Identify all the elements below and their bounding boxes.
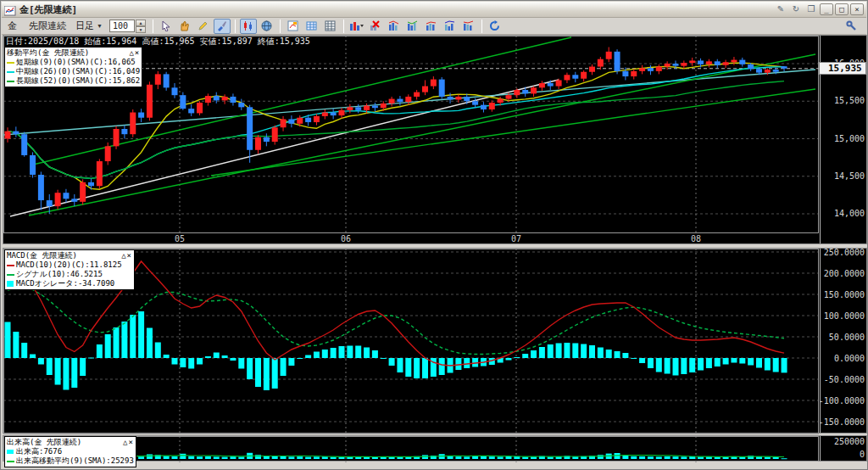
indicator-2-button[interactable]	[404, 19, 421, 34]
toolbar-separator	[343, 20, 344, 33]
close-button[interactable]: ×	[850, 3, 864, 15]
price-tick: 14,500	[834, 171, 865, 181]
legend-close-icon[interactable]: ×	[135, 48, 140, 57]
indicator-5-button[interactable]	[460, 19, 477, 34]
macd-tick: 250.0000	[824, 248, 865, 257]
macd-tick: -100.0000	[819, 396, 865, 406]
macd-osc-swatch	[7, 281, 14, 287]
indicator-menu-button[interactable]	[348, 19, 365, 34]
volume-axis: 2500000	[820, 436, 867, 461]
grid-large-button[interactable]	[322, 19, 339, 34]
macd-tick: 200.0000	[824, 269, 865, 278]
month-tick: 08	[691, 234, 701, 243]
price-tick: 15,000	[834, 134, 865, 143]
grid-small-button[interactable]	[303, 19, 320, 34]
settings-wrench-icon[interactable]	[843, 19, 860, 34]
price-tick: 15,500	[834, 96, 865, 105]
legend-item: 出来高:7676	[7, 447, 134, 456]
sma-mid-swatch	[7, 71, 14, 73]
sma-legend: 移動平均(金 先限連続) △× 短期線(9)(0)(SMA)(C):16,065…	[4, 47, 142, 87]
volume-tick: 250000	[834, 437, 865, 446]
spin-down-icon[interactable]: ▼	[136, 26, 146, 33]
volume-legend-title: 出来高(金 先限連続)	[7, 438, 81, 447]
chevron-down-icon: ▼	[97, 23, 103, 29]
toolbar: 金 先限連続 日足 ▼ 100 ▲ ▼	[2, 18, 866, 35]
macd-legend: MACD(金 先限連続) △× MACD(10)(20)(C):11.8125 …	[4, 249, 135, 290]
month-tick: 06	[341, 234, 351, 243]
refresh-icon[interactable]: ↻	[789, 4, 803, 15]
macd-tick: -150.0000	[819, 417, 865, 427]
ohlc-info-line: 日付:2025/08/18 始値:15,964 高値:15,965 安値:15,…	[6, 36, 310, 48]
legend-item: シグナル(10):46.5215	[7, 270, 132, 279]
legend-item: 長期線(52)(0)(SMA)(C):15,862	[7, 76, 140, 86]
macd-tick: 150.0000	[824, 290, 865, 299]
cascade-icon[interactable]: ❐	[804, 4, 818, 15]
reload-chart-button[interactable]	[487, 19, 504, 34]
legend-item: 短期線(9)(0)(SMA)(C):16,065	[7, 58, 140, 67]
spin-up-icon[interactable]: ▲	[136, 20, 146, 26]
title-bar[interactable]: 金[先限連続] ✎ ↻ ❐ _ □ ×	[2, 2, 866, 18]
minimize-button[interactable]: _	[820, 3, 833, 15]
price-chart-panel[interactable]: 16,00015,50015,00014,50014,000 05060708 …	[3, 35, 867, 244]
candle-chart-button[interactable]	[240, 19, 257, 34]
macd-tick: 0.0000	[834, 354, 865, 363]
macd-legend-title: MACD(金 先限連続)	[7, 251, 77, 260]
toolbar-separator	[280, 20, 281, 33]
remove-indicator-button[interactable]	[367, 19, 384, 34]
bar-count-value[interactable]: 100	[109, 20, 135, 32]
volume-tick: 0	[860, 450, 865, 459]
globe-button[interactable]	[259, 19, 275, 34]
legend-close-icon[interactable]: ×	[128, 438, 133, 446]
sma-legend-title: 移動平均(金 先限連続)	[7, 48, 89, 58]
volume-swatch	[7, 450, 14, 454]
hand-tool-button[interactable]	[176, 19, 193, 34]
pen-icon[interactable]: ✎	[774, 4, 787, 15]
macd-line-swatch	[7, 265, 14, 266]
legend-item: 出来高移動平均(9)(SMA):25293	[7, 456, 134, 466]
interval-dropdown[interactable]: 日足 ▼	[75, 20, 103, 32]
interval-label: 日足	[75, 20, 94, 32]
indicator-1-button[interactable]	[386, 19, 403, 34]
month-tick: 07	[511, 234, 521, 243]
volume-legend: 出来高(金 先限連続) △× 出来高:7676 出来高移動平均(9)(SMA):…	[4, 436, 136, 467]
brush-tool-button[interactable]	[214, 19, 231, 34]
sma-short-swatch	[7, 62, 14, 64]
maximize-button[interactable]: □	[835, 3, 849, 15]
volume-ma-swatch	[7, 461, 14, 462]
volume-panel[interactable]: 2500000 出来高(金 先限連続) △× 出来高:7676 出来高移動平均(…	[3, 435, 867, 462]
bar-count-stepper[interactable]: 100 ▲ ▼	[109, 20, 146, 32]
price-tick: 14,000	[834, 209, 865, 218]
legend-item: 中期線(26)(0)(SMA)(C):16,049	[7, 67, 140, 76]
sma-long-swatch	[7, 81, 14, 82]
contract-label[interactable]: 先限連続	[29, 20, 66, 32]
macd-tick: 50.0000	[829, 333, 865, 342]
symbol-label[interactable]: 金	[8, 20, 17, 32]
last-price-tag: 15,935	[819, 62, 866, 75]
chart-window-icon	[4, 4, 16, 14]
note-chart-button[interactable]	[285, 19, 302, 34]
toolbar-separator	[481, 20, 482, 33]
cursor-tool-button[interactable]	[158, 19, 175, 34]
indicator-4-button[interactable]	[442, 19, 459, 34]
indicator-3-button[interactable]	[423, 19, 440, 34]
macd-tick: 100.0000	[824, 311, 865, 321]
macd-panel[interactable]: 250.0000200.0000150.0000100.000050.00000…	[3, 248, 867, 434]
macd-signal-swatch	[7, 274, 14, 276]
toolbar-separator	[235, 20, 236, 33]
macd-tick: -50.0000	[824, 375, 865, 384]
legend-close-icon[interactable]: ×	[127, 251, 132, 260]
macd-axis: 250.0000200.0000150.0000100.000050.00000…	[820, 249, 867, 433]
window-title: 金[先限連続]	[19, 3, 77, 16]
month-tick: 05	[175, 234, 185, 243]
toolbar-separator	[153, 20, 153, 33]
legend-item: MACDオシレータ:-34.7090	[7, 279, 132, 288]
pencil-tool-button[interactable]	[195, 19, 212, 34]
app-window: 金[先限連続] ✎ ↻ ❐ _ □ × 金 先限連続 日足 ▼ 100 ▲ ▼	[0, 0, 868, 470]
legend-item: MACD(10)(20)(C):11.8125	[7, 260, 132, 270]
